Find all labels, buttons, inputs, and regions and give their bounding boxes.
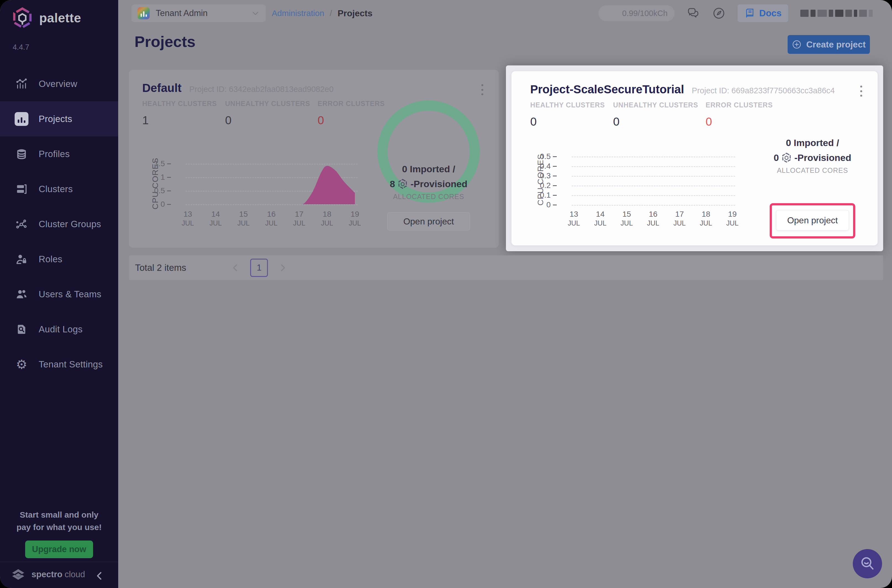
sidebar-item-label: Cluster Groups: [39, 219, 101, 230]
promo-text: Start small and only pay for what you us…: [12, 508, 106, 533]
tenant-scope-selector[interactable]: Tenant Admin: [131, 4, 266, 22]
sidebar-item-label: Projects: [39, 114, 72, 124]
y-tick-mark: [167, 204, 171, 205]
project-id: Project ID: 6342eab2faa0813ead9082e0: [189, 85, 333, 94]
censored-pixel-block: [811, 10, 815, 17]
breadcrumb-administration[interactable]: Administration: [272, 9, 324, 18]
gridline: [572, 195, 735, 196]
gridline: [186, 204, 357, 205]
palette-cores-icon: [781, 152, 792, 163]
sidebar-divider: [0, 562, 118, 562]
gridline: [572, 205, 735, 206]
censored-pixel-block: [854, 10, 857, 17]
x-tick-label: 13JUL: [562, 210, 586, 227]
overview-icon: [14, 77, 29, 91]
sidebar: palette 4.4.7 OverviewProjectsProfilesCl…: [0, 0, 118, 588]
tours-button[interactable]: [712, 7, 725, 20]
next-page-button[interactable]: [278, 263, 288, 273]
chevron-right-icon: [278, 263, 288, 273]
stat-healthy-clusters: HEALTHY CLUSTERS1: [142, 100, 225, 127]
project-menu-button[interactable]: [477, 83, 487, 96]
compass-icon: [712, 7, 725, 20]
palette-hexagon-icon: [12, 7, 33, 29]
y-tick-label: 0: [526, 200, 551, 209]
sidebar-item-clusters[interactable]: Clusters: [0, 171, 118, 207]
brand-footer: spectrocloud: [9, 567, 85, 582]
stat-label: UNHEALTHY CLUSTERS: [225, 100, 318, 108]
profiles-icon: [14, 147, 29, 161]
pagination-bar: Total 2 items 1: [129, 255, 883, 280]
y-tick-label: 0.1: [526, 191, 551, 200]
y-tick-label: 0.3: [526, 171, 551, 180]
sidebar-item-overview[interactable]: Overview: [0, 66, 118, 101]
allocated-cores-label: ALLOCATED CORES: [771, 166, 854, 174]
stat-value: 0: [530, 115, 613, 128]
card-header: Project-ScaleSecureTutorial Project ID: …: [530, 83, 844, 96]
user-account-menu[interactable]: [800, 9, 872, 18]
cpu-usage-area-series: [186, 157, 357, 204]
upgrade-promo: Start small and only pay for what you us…: [12, 508, 106, 558]
gridline: [572, 186, 735, 186]
x-tick-label: 15JUL: [614, 210, 639, 227]
previous-page-button[interactable]: [230, 263, 240, 273]
cluster-stats: HEALTHY CLUSTERS1UNHEALTHY CLUSTERS0ERRO…: [142, 100, 401, 127]
project-title: Project-ScaleSecureTutorial: [530, 83, 684, 96]
provisioned-suffix: -Provisioned: [794, 152, 851, 163]
stat-value: 0: [613, 115, 706, 128]
total-items-label: Total 2 items: [135, 262, 186, 273]
project-card-default: Default Project ID: 6342eab2faa0813ead90…: [129, 70, 499, 248]
censored-pixel-block: [835, 10, 843, 17]
docs-label: Docs: [759, 8, 782, 18]
upgrade-now-button[interactable]: Upgrade now: [25, 540, 93, 558]
provisioned-cores: 0 -Provisioned: [771, 152, 854, 163]
y-tick-mark: [167, 190, 171, 191]
sidebar-item-roles[interactable]: Roles: [0, 242, 118, 277]
project-menu-button[interactable]: [856, 84, 866, 98]
x-tick-label: 14JUL: [203, 210, 228, 227]
spotlight-search-fab[interactable]: [853, 549, 882, 578]
page-number-button[interactable]: 1: [250, 259, 268, 277]
chat-bubbles-icon: [687, 7, 700, 20]
palette-logo: palette: [12, 7, 81, 29]
censored-pixel-block: [829, 10, 833, 17]
create-project-button[interactable]: Create project: [788, 35, 870, 54]
sidebar-item-tenant-settings[interactable]: ⚙Tenant Settings: [0, 347, 118, 382]
feedback-chat-button[interactable]: [687, 7, 700, 20]
sidebar-item-cluster-groups[interactable]: Cluster Groups: [0, 207, 118, 242]
breadcrumb-projects: Projects: [338, 8, 372, 18]
docs-button[interactable]: Docs: [737, 4, 788, 22]
clusters-icon: [14, 182, 29, 196]
open-project-button[interactable]: Open project: [776, 210, 849, 231]
cluster-stats: HEALTHY CLUSTERS0UNHEALTHY CLUSTERS0ERRO…: [530, 101, 788, 128]
sidebar-item-label: Audit Logs: [39, 324, 83, 334]
sidebar-item-projects[interactable]: Projects: [0, 101, 118, 136]
stat-unhealthy-clusters: UNHEALTHY CLUSTERS0: [613, 101, 706, 128]
censored-pixel-block: [845, 10, 852, 17]
open-project-button[interactable]: Open project: [387, 212, 470, 231]
x-tick-label: 17JUL: [667, 210, 692, 227]
sidebar-item-label: Users & Teams: [39, 289, 101, 300]
sidebar-collapse-button[interactable]: [94, 570, 105, 581]
sidebar-item-users-teams[interactable]: Users & Teams: [0, 277, 118, 312]
x-tick-label: 16JUL: [259, 210, 284, 227]
topbar: Tenant Admin Administration / Projects 0…: [118, 0, 892, 27]
card-header: Default Project ID: 6342eab2faa0813ead90…: [142, 81, 466, 94]
stat-label: UNHEALTHY CLUSTERS: [613, 101, 706, 109]
chevron-down-icon: [251, 9, 260, 17]
allocated-cores-text: 0 Imported / 0 -Provisioned ALLOCATED CO…: [771, 138, 854, 174]
stat-unhealthy-clusters: UNHEALTHY CLUSTERS0: [225, 100, 318, 127]
x-tick-label: 19JUL: [342, 210, 367, 227]
sidebar-item-audit-logs[interactable]: Audit Logs: [0, 312, 118, 347]
y-tick-label: 0.4: [526, 162, 551, 171]
sidebar-item-profiles[interactable]: Profiles: [0, 136, 118, 171]
palette-console: palette 4.4.7 OverviewProjectsProfilesCl…: [0, 0, 892, 588]
brand-primary: spectro: [32, 570, 62, 579]
sidebar-item-label: Overview: [39, 79, 77, 89]
search-smile-icon: [859, 555, 876, 572]
sidebar-item-label: Roles: [39, 254, 62, 264]
app-version: 4.4.7: [13, 43, 29, 52]
censored-pixel-block: [859, 10, 867, 17]
project-id: Project ID: 669a8233f7750663cc3a86c4: [692, 86, 835, 95]
censored-pixel-block: [869, 10, 872, 17]
audit-logs-icon: [14, 322, 29, 336]
